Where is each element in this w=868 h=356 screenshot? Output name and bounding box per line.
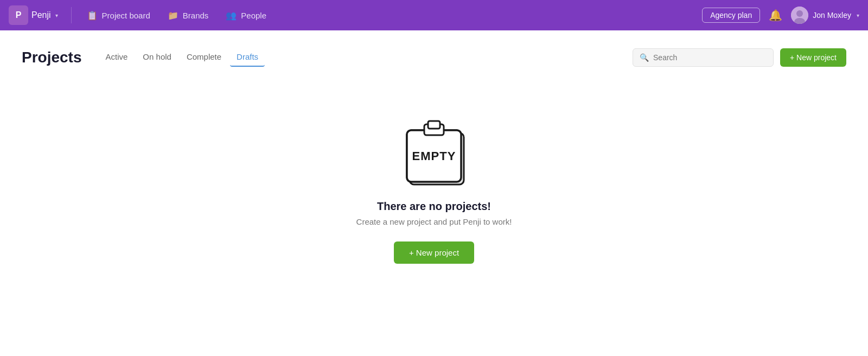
tab-active[interactable]: Active <box>99 48 135 67</box>
user-name: Jon Moxley <box>813 11 851 20</box>
tabs: Active On hold Complete Drafts <box>99 48 265 67</box>
nav-item-brands-label: Brands <box>183 11 209 20</box>
search-icon: 🔍 <box>640 53 649 62</box>
brand-icon: P <box>9 5 28 25</box>
projects-left: Projects Active On hold Complete Drafts <box>22 48 265 67</box>
nav-divider <box>71 7 72 23</box>
user-dropdown-icon: ▾ <box>857 12 859 18</box>
user-avatar <box>791 7 808 24</box>
nav-item-project-board[interactable]: 📋 Project board <box>80 7 157 24</box>
projects-header: Projects Active On hold Complete Drafts … <box>22 48 846 67</box>
tab-drafts[interactable]: Drafts <box>230 48 265 67</box>
people-icon: 👥 <box>226 10 237 21</box>
agency-plan-button[interactable]: Agency plan <box>702 8 760 23</box>
svg-rect-7 <box>428 121 440 129</box>
empty-state: EMPTY There are no projects! Create a ne… <box>22 84 846 285</box>
nav-item-people[interactable]: 👥 People <box>219 7 273 24</box>
nav-item-project-board-label: Project board <box>102 11 150 20</box>
main-content: Projects Active On hold Complete Drafts … <box>0 30 868 356</box>
svg-text:EMPTY: EMPTY <box>412 149 456 163</box>
brand-name: Penji <box>31 10 51 20</box>
new-project-button-header[interactable]: + New project <box>780 48 846 67</box>
tab-on-hold[interactable]: On hold <box>136 48 178 67</box>
nav-right: Agency plan 🔔 Jon Moxley ▾ <box>702 7 859 24</box>
empty-state-subtitle: Create a new project and put Penji to wo… <box>356 217 512 226</box>
brands-icon: 📁 <box>168 10 178 21</box>
page-title: Projects <box>22 49 82 66</box>
project-board-icon: 📋 <box>87 10 98 21</box>
projects-right: 🔍 + New project <box>633 48 846 67</box>
svg-point-1 <box>796 10 803 17</box>
new-project-button-center[interactable]: + New project <box>394 241 474 264</box>
nav-item-brands[interactable]: 📁 Brands <box>161 7 215 24</box>
notification-button[interactable]: 🔔 <box>767 7 784 24</box>
brand-area[interactable]: P Penji ▾ <box>9 5 58 25</box>
tab-complete[interactable]: Complete <box>180 48 228 67</box>
search-box: 🔍 <box>633 48 774 67</box>
brand-dropdown-icon: ▾ <box>55 12 58 18</box>
search-input[interactable] <box>653 53 767 62</box>
user-dropdown[interactable]: Jon Moxley ▾ <box>791 7 859 24</box>
navbar: P Penji ▾ 📋 Project board 📁 Brands 👥 Peo… <box>0 0 868 30</box>
empty-state-title: There are no projects! <box>377 200 491 213</box>
nav-item-people-label: People <box>241 11 266 20</box>
empty-illustration: EMPTY <box>399 117 469 187</box>
